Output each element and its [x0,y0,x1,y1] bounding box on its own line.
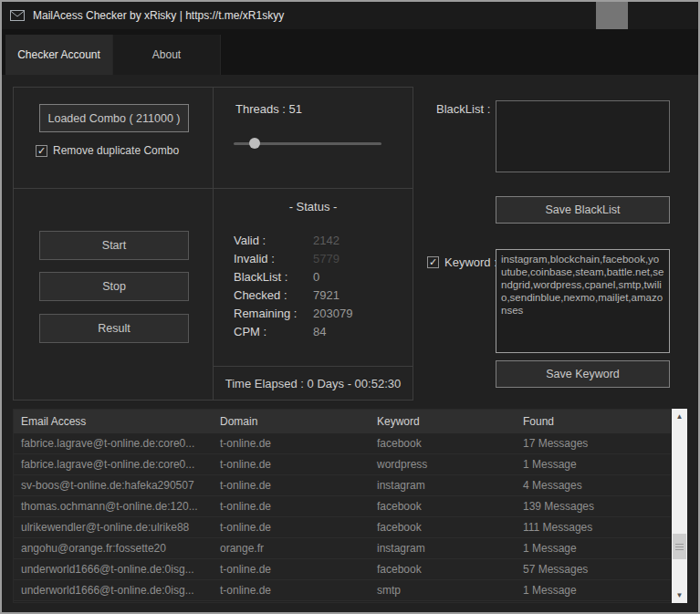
keyword-textarea[interactable]: instagram,blockchain,facebook,youtube,co… [496,249,670,353]
stop-button[interactable]: Stop [39,272,189,301]
results-table: Email Access Domain Keyword Found fabric… [13,409,687,603]
table-row[interactable]: fabrice.lagrave@t-online.de:core0... t-o… [14,433,671,454]
status-value: 203079 [313,307,352,320]
status-row-checked: Checked : 7921 [234,286,402,304]
slider-thumb[interactable] [249,138,260,149]
cell-keyword: facebook [370,437,516,450]
results-table-header: Email Access Domain Keyword Found [14,410,671,433]
table-row[interactable]: ulrikewendler@t-online.de:ulrike88 t-onl… [14,517,671,538]
status-value: 2142 [313,234,340,247]
cell-found: 57 Messages [516,563,671,576]
status-label: BlackList : [234,270,313,284]
cell-domain: t-online.de [213,521,370,534]
checkbox-checked-icon: ✓ [427,256,439,268]
actions-panel: Start Stop Result [13,188,214,401]
cell-found: 17 Messages [516,437,671,450]
cell-email: underworld1666@t-online.de:0isg... [14,563,213,576]
table-row[interactable]: angohu@orange.fr:fossette20 orange.fr in… [14,538,671,559]
title-bar-button[interactable] [596,2,628,29]
keyword-label: Keyword : [444,255,497,269]
status-row-remaining: Remaining : 203079 [234,304,402,322]
cell-email: ulrikewendler@t-online.de:ulrike88 [14,521,213,534]
cell-domain: t-online.de [213,479,370,492]
status-separator [214,366,413,367]
save-blacklist-button[interactable]: Save BlackList [496,196,670,224]
app-window: MailAcess Checker by xRisky | https://t.… [0,0,700,614]
app-icon [10,10,25,22]
column-header-email-access[interactable]: Email Access [14,415,213,428]
status-row-blacklist: BlackList : 0 [234,267,402,286]
status-rows: Valid : 2142 Invalid : 5779 BlackList : … [234,231,402,340]
cell-domain: t-online.de [213,500,370,513]
cell-keyword: facebook [370,521,516,534]
window-title: MailAcess Checker by xRisky | https://t.… [33,9,284,22]
tab-about[interactable]: About [113,35,221,75]
cell-domain: orange.fr [213,542,370,555]
cell-email: thomas.ochmann@t-online.de:120... [14,500,213,513]
cell-email: fabrice.lagrave@t-online.de:core0... [14,458,213,471]
threads-label: Threads : 51 [235,102,302,116]
status-title: - Status - [214,200,413,213]
status-label: CPM : [234,325,313,338]
loaded-combo-button[interactable]: Loaded Combo ( 211000 ) [39,104,189,132]
cell-domain: t-online.de [213,563,370,576]
cell-keyword: instagram [370,542,516,555]
save-keyword-button[interactable]: Save Keyword [496,360,670,388]
combo-panel: Loaded Combo ( 211000 ) ✓ Remove duplica… [13,87,214,189]
column-header-keyword[interactable]: Keyword [370,415,516,428]
tab-label: Checker Account [17,48,100,61]
cell-keyword: wordpress [370,458,516,471]
cell-email: fabrice.lagrave@t-online.de:core0... [14,437,213,450]
keyword-checkbox[interactable]: ✓ Keyword : [427,255,497,269]
table-row[interactable]: fabrice.lagrave@t-online.de:core0... t-o… [14,454,671,475]
tab-checker-account[interactable]: Checker Account [5,35,113,75]
title-bar: MailAcess Checker by xRisky | https://t.… [2,2,698,29]
cell-found: 1 Message [516,584,671,597]
status-value: 7921 [313,288,340,302]
column-header-domain[interactable]: Domain [213,415,370,428]
time-elapsed: Time Elapsed : 0 Days - 00:52:30 [214,377,413,390]
cell-found: 111 Messages [516,521,671,534]
cell-keyword: facebook [370,563,516,576]
start-button[interactable]: Start [39,231,189,260]
tab-label: About [152,48,181,61]
cell-domain: t-online.de [213,584,370,597]
check-icon: ✓ [429,257,437,267]
vertical-scrollbar[interactable]: ▲ ▼ [672,409,687,603]
status-value: 0 [313,270,319,284]
table-row[interactable]: underworld1666@t-online.de:0isg... t-onl… [14,559,671,580]
scrollbar-thumb[interactable] [673,534,686,559]
result-button[interactable]: Result [39,314,189,343]
cell-domain: t-online.de [213,458,370,471]
status-panel: - Status - Valid : 2142 Invalid : 5779 B… [213,188,413,401]
status-value: 5779 [313,252,340,265]
cell-email: underworld1666@t-online.de:0isg... [14,584,213,597]
status-label: Checked : [234,288,313,302]
cell-found: 1 Message [516,542,671,555]
scroll-down-icon[interactable]: ▼ [672,588,687,603]
remove-duplicate-label: Remove duplicate Combo [53,144,179,157]
column-header-found[interactable]: Found [516,415,671,428]
cell-found: 4 Messages [516,479,671,492]
remove-duplicate-checkbox[interactable]: ✓ Remove duplicate Combo [36,144,179,157]
status-value: 84 [313,325,326,338]
blacklist-textarea[interactable] [496,100,670,172]
check-icon: ✓ [37,146,46,156]
threads-slider[interactable] [234,135,381,151]
table-row[interactable]: underworld1666@t-online.de:0isg... t-onl… [14,580,671,601]
tab-bar: Checker Account About [2,29,698,75]
status-label: Invalid : [234,252,313,265]
status-label: Remaining : [234,307,313,320]
status-label: Valid : [234,234,313,247]
cell-found: 1 Message [516,458,671,471]
cell-keyword: smtp [370,584,516,597]
cell-found: 139 Messages [516,500,671,513]
cell-domain: t-online.de [213,437,370,450]
table-row[interactable]: thomas.ochmann@t-online.de:120... t-onli… [14,496,671,517]
status-row-cpm: CPM : 84 [234,322,402,340]
cell-keyword: instagram [370,479,516,492]
scroll-up-icon[interactable]: ▲ [672,409,687,424]
checkbox-checked-icon: ✓ [36,145,47,157]
status-row-invalid: Invalid : 5779 [234,249,402,267]
table-row[interactable]: sv-boos@t-online.de:hafeka290507 t-onlin… [14,475,671,496]
